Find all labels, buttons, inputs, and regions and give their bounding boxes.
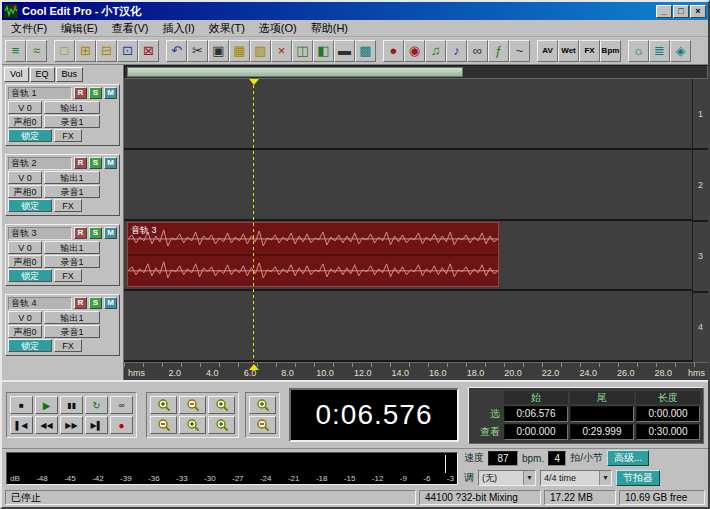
copy-icon[interactable]: ▣: [208, 40, 229, 62]
go-to-start-icon[interactable]: ▌◀: [10, 416, 33, 434]
rewind-icon[interactable]: ◀◀: [35, 416, 58, 434]
minimize-icon[interactable]: _: [656, 5, 672, 18]
menu-view[interactable]: 查看(V): [105, 20, 156, 37]
zoom-in-icon[interactable]: [150, 396, 177, 414]
selection-start-value[interactable]: 0:06.576: [504, 406, 568, 422]
menu-insert[interactable]: 插入(I): [155, 20, 201, 37]
zoom-left-edge-icon[interactable]: [179, 416, 206, 434]
go-to-end-icon[interactable]: ▶▌: [85, 416, 108, 434]
lock-button[interactable]: 锁定: [8, 199, 52, 212]
record-device-button[interactable]: 录音1: [44, 325, 100, 338]
pan-button[interactable]: 声相0: [8, 255, 42, 268]
lock-button[interactable]: 锁定: [8, 269, 52, 282]
mix-paste-icon[interactable]: ▧: [250, 40, 271, 62]
tab-bus[interactable]: Bus: [56, 67, 84, 82]
output-button[interactable]: 输出1: [44, 101, 100, 114]
menu-options[interactable]: 选项(O): [252, 20, 304, 37]
pan-button[interactable]: 声相0: [8, 185, 42, 198]
session-info-icon[interactable]: ◈: [670, 40, 691, 62]
envelope-edit-icon[interactable]: ƒ: [488, 40, 509, 62]
output-button[interactable]: 输出1: [44, 241, 100, 254]
bpm-calculator-icon[interactable]: Bpm: [600, 40, 621, 62]
paste-icon[interactable]: ▦: [229, 40, 250, 62]
playhead-marker-bottom[interactable]: [249, 364, 259, 370]
selection-length-value[interactable]: 0:00.000: [636, 406, 700, 422]
time-ruler[interactable]: hms 2.0 4.0 6.0 8.0 10.0 12.0 14.0 16.0 …: [124, 362, 708, 380]
zoom-right-edge-icon[interactable]: [208, 416, 235, 434]
solo-button[interactable]: S: [89, 87, 102, 99]
mute-button[interactable]: M: [104, 157, 117, 169]
volume-button[interactable]: V 0: [8, 171, 42, 184]
fx-button[interactable]: FX: [54, 129, 82, 142]
metronome-icon[interactable]: ☼: [628, 40, 649, 62]
record-arm-button[interactable]: R: [74, 297, 87, 309]
track-lane-2[interactable]: [124, 150, 692, 221]
solo-button[interactable]: S: [89, 157, 102, 169]
automation-icon[interactable]: ~: [509, 40, 530, 62]
menu-file[interactable]: 文件(F): [4, 20, 54, 37]
time-display[interactable]: 0:06.576: [289, 388, 459, 442]
chevron-down-icon[interactable]: ▼: [523, 471, 535, 485]
track-lane-4[interactable]: [124, 291, 692, 362]
loop-mode-icon[interactable]: ∞: [467, 40, 488, 62]
key-select[interactable]: (无) ▼: [478, 470, 536, 486]
track-lane-1[interactable]: [124, 79, 692, 150]
metronome-button[interactable]: 节拍器: [616, 470, 660, 486]
record-arm-button[interactable]: R: [74, 227, 87, 239]
waveform-view-icon[interactable]: ≈: [26, 40, 47, 62]
record-arm-button[interactable]: R: [74, 87, 87, 99]
fx-rack-icon[interactable]: FX: [579, 40, 600, 62]
tab-eq[interactable]: EQ: [30, 67, 55, 82]
menu-edit[interactable]: 编辑(E): [54, 20, 105, 37]
solo-button[interactable]: S: [89, 297, 102, 309]
track-name[interactable]: 音轨 2: [8, 157, 72, 170]
cut-icon[interactable]: ✂: [187, 40, 208, 62]
chevron-down-icon[interactable]: ▼: [599, 471, 611, 485]
split-block-icon[interactable]: ◫: [292, 40, 313, 62]
view-start-value[interactable]: 0:00.000: [504, 424, 568, 440]
cue-list-icon[interactable]: ≣: [649, 40, 670, 62]
loop-icon[interactable]: ∞: [110, 396, 133, 414]
fx-button[interactable]: FX: [54, 339, 82, 352]
record-device-button[interactable]: 录音1: [44, 255, 100, 268]
export-mixdown-icon[interactable]: ⊠: [138, 40, 159, 62]
horizontal-scrollbar[interactable]: [124, 65, 708, 79]
menu-effects[interactable]: 效果(T): [202, 20, 252, 37]
trim-block-icon[interactable]: ◧: [313, 40, 334, 62]
fx-button[interactable]: FX: [54, 269, 82, 282]
mute-block-icon[interactable]: ▬: [334, 40, 355, 62]
beats-per-bar-field[interactable]: 4: [548, 451, 566, 466]
volume-button[interactable]: V 0: [8, 311, 42, 324]
fast-forward-icon[interactable]: ▶▶: [60, 416, 83, 434]
zoom-vertical-icon[interactable]: [249, 416, 276, 434]
wet-dry-icon[interactable]: Wet: [558, 40, 579, 62]
scrollbar-thumb[interactable]: [127, 67, 463, 77]
undo-icon[interactable]: ↶: [166, 40, 187, 62]
level-meter[interactable]: dB -48 -45 -42 -39 -36 -33 -30 -27 -24 -…: [6, 452, 458, 485]
close-icon[interactable]: ×: [690, 5, 706, 18]
play-icon[interactable]: ▶: [35, 396, 58, 414]
delete-block-icon[interactable]: ×: [271, 40, 292, 62]
pan-button[interactable]: 声相0: [8, 325, 42, 338]
menu-help[interactable]: 帮助(H): [304, 20, 355, 37]
pan-button[interactable]: 声相0: [8, 115, 42, 128]
mute-button[interactable]: M: [104, 297, 117, 309]
record-arm-icon[interactable]: ●: [383, 40, 404, 62]
insert-wave-icon[interactable]: ♫: [425, 40, 446, 62]
pause-icon[interactable]: ▮▮: [60, 396, 83, 414]
mute-button[interactable]: M: [104, 87, 117, 99]
bpm-value-field[interactable]: 87: [488, 451, 518, 466]
tracks-canvas[interactable]: 音轨 3: [124, 79, 692, 362]
open-session-icon[interactable]: ⊞: [75, 40, 96, 62]
fx-button[interactable]: FX: [54, 199, 82, 212]
solo-button[interactable]: S: [89, 227, 102, 239]
zoom-out-full-icon[interactable]: [150, 416, 177, 434]
volume-button[interactable]: V 0: [8, 101, 42, 114]
save-session-icon[interactable]: ⊡: [117, 40, 138, 62]
multitrack-view-icon[interactable]: ≡: [5, 40, 26, 62]
new-session-icon[interactable]: □: [54, 40, 75, 62]
view-end-value[interactable]: 0:29.999: [570, 424, 634, 440]
mute-button[interactable]: M: [104, 227, 117, 239]
track-name[interactable]: 音轨 4: [8, 297, 72, 310]
time-signature-select[interactable]: 4/4 time ▼: [540, 470, 612, 486]
